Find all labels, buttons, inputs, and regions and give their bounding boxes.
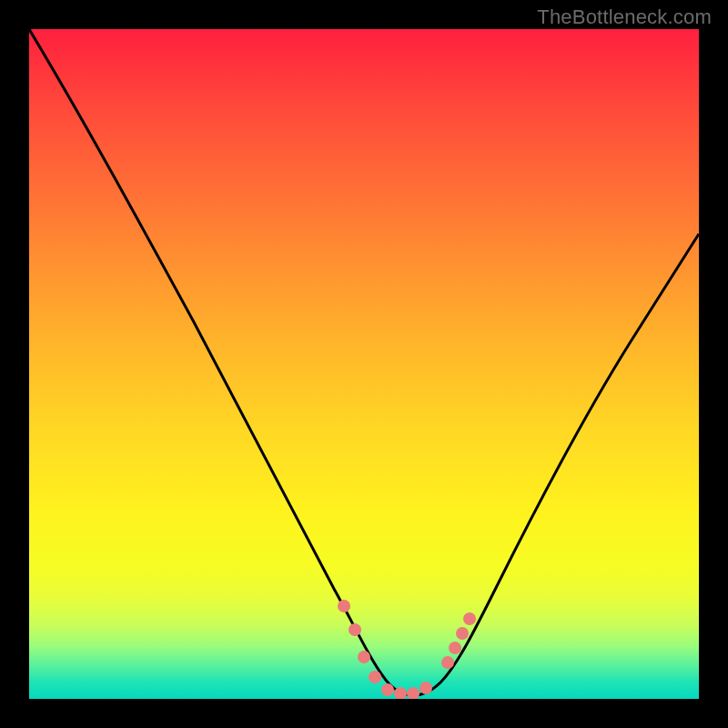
svg-point-4 [381,683,394,696]
bottleneck-curve-path [29,29,699,695]
svg-point-8 [441,656,454,669]
svg-point-2 [358,651,370,663]
svg-point-11 [463,612,476,625]
curve-layer [29,29,699,699]
svg-point-1 [349,623,361,636]
plot-area [29,29,699,699]
svg-point-0 [338,600,350,612]
svg-point-9 [449,642,461,654]
watermark-text: TheBottleneck.com [537,5,712,29]
svg-point-10 [456,627,469,640]
highlight-markers [338,600,476,699]
chart-frame: TheBottleneck.com [0,0,728,728]
svg-point-3 [369,671,381,683]
svg-point-7 [420,682,432,694]
svg-point-6 [407,687,420,699]
